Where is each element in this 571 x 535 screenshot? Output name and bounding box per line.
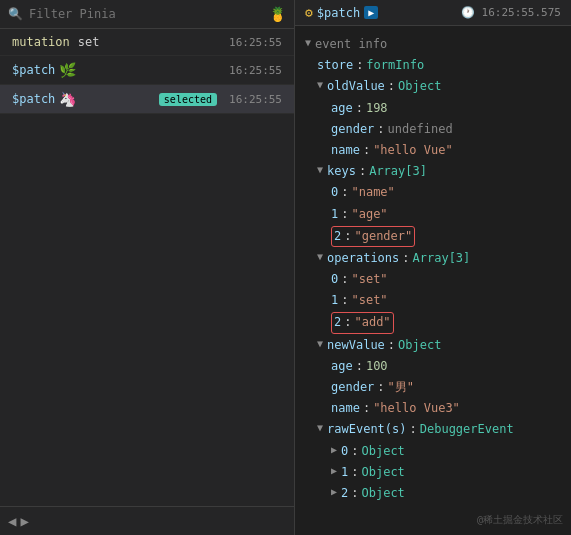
list-item[interactable]: $patch 🦄 selected 16:25:55 bbox=[0, 85, 294, 114]
key-2: 2 bbox=[334, 227, 341, 246]
key-store: store bbox=[317, 56, 353, 75]
tree-row: gender : "男" bbox=[295, 377, 571, 398]
event-time: 16:25:55 bbox=[229, 36, 282, 49]
tree-row: ▶ 0 : Object bbox=[295, 441, 571, 462]
event-time: 16:25:55 bbox=[229, 64, 282, 77]
op-key-1: 1 bbox=[331, 291, 338, 310]
re-val-2: Object bbox=[362, 484, 405, 503]
key-newvalue: newValue bbox=[327, 336, 385, 355]
right-header-left: ⚙ $patch ▶ bbox=[305, 5, 378, 20]
expand-operations[interactable]: ▼ bbox=[317, 249, 323, 265]
event-label: $patch 🌿 bbox=[12, 62, 76, 78]
next-icon[interactable]: ▶ bbox=[20, 513, 28, 529]
nv-key-age: age bbox=[331, 357, 353, 376]
tree-row: name : "hello Vue3" bbox=[295, 398, 571, 419]
val-keys-type: Array[3] bbox=[369, 162, 427, 181]
watermark: @稀土掘金技术社区 bbox=[477, 513, 563, 527]
expand-keys[interactable]: ▼ bbox=[317, 162, 323, 178]
list-item[interactable]: mutation set 16:25:55 bbox=[0, 29, 294, 56]
highlight-add-op: 2 : "add" bbox=[331, 312, 394, 333]
op-val-2: "add" bbox=[354, 313, 390, 332]
patch-emoji: 🦄 bbox=[59, 91, 76, 107]
tree-row: name : "hello Vue" bbox=[295, 140, 571, 161]
event-list: mutation set 16:25:55 $patch 🌿 16:25:55 … bbox=[0, 29, 294, 506]
key-gender: gender bbox=[331, 120, 374, 139]
tree-row: 2 : "add" bbox=[295, 311, 571, 334]
re-val-1: Object bbox=[362, 463, 405, 482]
tree-row: ▼ operations : Array[3] bbox=[295, 248, 571, 269]
val-rawevents-type: DebuggerEvent bbox=[420, 420, 514, 439]
section-title-row: ▼ event info bbox=[295, 34, 571, 55]
right-header: ⚙ $patch ▶ 🕐 16:25:55.575 bbox=[295, 0, 571, 26]
nv-val-age: 100 bbox=[366, 357, 388, 376]
val-name: "hello Vue" bbox=[373, 141, 452, 160]
key-age: age bbox=[331, 99, 353, 118]
expand-re-1[interactable]: ▶ bbox=[331, 463, 337, 479]
op-key-2: 2 bbox=[334, 313, 341, 332]
key-operations: operations bbox=[327, 249, 399, 268]
val-gender: undefined bbox=[388, 120, 453, 139]
expand-newvalue[interactable]: ▼ bbox=[317, 336, 323, 352]
filter-input[interactable] bbox=[29, 7, 269, 21]
event-type: $patch bbox=[12, 63, 55, 77]
key-keys: keys bbox=[327, 162, 356, 181]
search-icon: 🔍 bbox=[8, 7, 23, 21]
nv-key-gender: gender bbox=[331, 378, 374, 397]
header-badge: ▶ bbox=[364, 6, 378, 19]
key-rawevents: rawEvent(s) bbox=[327, 420, 406, 439]
right-panel: ⚙ $patch ▶ 🕐 16:25:55.575 ▼ event info s… bbox=[295, 0, 571, 535]
key-1: 1 bbox=[331, 205, 338, 224]
filter-bar: 🔍 🍍 bbox=[0, 0, 294, 29]
tree-row: ▼ rawEvent(s) : DebuggerEvent bbox=[295, 419, 571, 440]
val-oldvalue-type: Object bbox=[398, 77, 441, 96]
re-key-0: 0 bbox=[341, 442, 348, 461]
expand-re-2[interactable]: ▶ bbox=[331, 484, 337, 500]
tree-row: 1 : "set" bbox=[295, 290, 571, 311]
tree-content: ▼ event info store : formInfo ▼ oldValue… bbox=[295, 26, 571, 535]
selected-badge: selected bbox=[159, 93, 217, 106]
tree-row: ▼ newValue : Object bbox=[295, 335, 571, 356]
event-label: mutation set bbox=[12, 35, 99, 49]
event-label: $patch 🦄 bbox=[12, 91, 76, 107]
expand-arrow[interactable]: ▼ bbox=[305, 35, 311, 51]
nv-val-gender: "男" bbox=[388, 378, 414, 397]
tree-row: store : formInfo bbox=[295, 55, 571, 76]
val-key-1: "age" bbox=[351, 205, 387, 224]
val-key-2: "gender" bbox=[354, 227, 412, 246]
val-age: 198 bbox=[366, 99, 388, 118]
re-val-0: Object bbox=[362, 442, 405, 461]
tree-row: 2 : "gender" bbox=[295, 225, 571, 248]
tree-row: ▼ oldValue : Object bbox=[295, 76, 571, 97]
event-type: $patch bbox=[12, 92, 55, 106]
event-right: selected 16:25:55 bbox=[159, 93, 282, 106]
tree-row: 1 : "age" bbox=[295, 204, 571, 225]
val-newvalue-type: Object bbox=[398, 336, 441, 355]
op-val-1: "set" bbox=[351, 291, 387, 310]
event-type: mutation bbox=[12, 35, 70, 49]
timestamp: 🕐 16:25:55.575 bbox=[461, 6, 561, 19]
section-title: event info bbox=[315, 35, 387, 54]
re-key-2: 2 bbox=[341, 484, 348, 503]
tree-row: age : 100 bbox=[295, 356, 571, 377]
list-item[interactable]: $patch 🌿 16:25:55 bbox=[0, 56, 294, 85]
highlight-gender-key: 2 : "gender" bbox=[331, 226, 415, 247]
prev-icon[interactable]: ◀ bbox=[8, 513, 16, 529]
key-0: 0 bbox=[331, 183, 338, 202]
tree-row: 0 : "set" bbox=[295, 269, 571, 290]
expand-rawevents[interactable]: ▼ bbox=[317, 420, 323, 436]
expand-re-0[interactable]: ▶ bbox=[331, 442, 337, 458]
event-time: 16:25:55 bbox=[229, 93, 282, 106]
event-subname: set bbox=[78, 35, 100, 49]
nv-key-name: name bbox=[331, 399, 360, 418]
patch-title: $patch bbox=[317, 6, 360, 20]
nav-arrows: ◀ ▶ bbox=[0, 506, 294, 535]
tree-row: 0 : "name" bbox=[295, 182, 571, 203]
op-val-0: "set" bbox=[351, 270, 387, 289]
pinia-emoji: 🍍 bbox=[269, 6, 286, 22]
tree-row: age : 198 bbox=[295, 98, 571, 119]
key-name: name bbox=[331, 141, 360, 160]
tree-row: ▶ 1 : Object bbox=[295, 462, 571, 483]
val-operations-type: Array[3] bbox=[413, 249, 471, 268]
tree-row: gender : undefined bbox=[295, 119, 571, 140]
expand-oldvalue[interactable]: ▼ bbox=[317, 77, 323, 93]
